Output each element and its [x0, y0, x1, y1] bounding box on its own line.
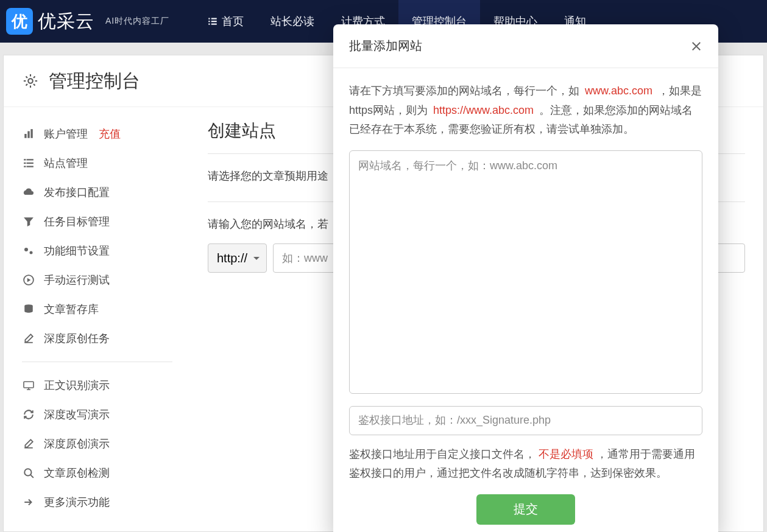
auth-url-input[interactable]	[349, 406, 702, 435]
submit-button[interactable]: 提交	[476, 494, 575, 525]
domains-textarea[interactable]	[349, 150, 702, 394]
close-icon	[690, 40, 702, 52]
not-required-text: 不是必填项	[539, 448, 593, 460]
example-https: https://www.abc.com	[431, 104, 536, 116]
modal-close-button[interactable]	[690, 40, 702, 52]
modal-description: 请在下方填写要添加的网站域名，每行一个，如 www.abc.com ，如果是ht…	[349, 82, 702, 139]
example-domain: www.abc.com	[582, 85, 655, 97]
auth-note: 鉴权接口地址用于自定义接口文件名， 不是必填项 ，通常用于需要通用鉴权接口的用户…	[349, 445, 702, 483]
batch-add-modal: 批量添加网站 请在下方填写要添加的网站域名，每行一个，如 www.abc.com…	[333, 24, 718, 532]
modal-title: 批量添加网站	[349, 38, 422, 54]
